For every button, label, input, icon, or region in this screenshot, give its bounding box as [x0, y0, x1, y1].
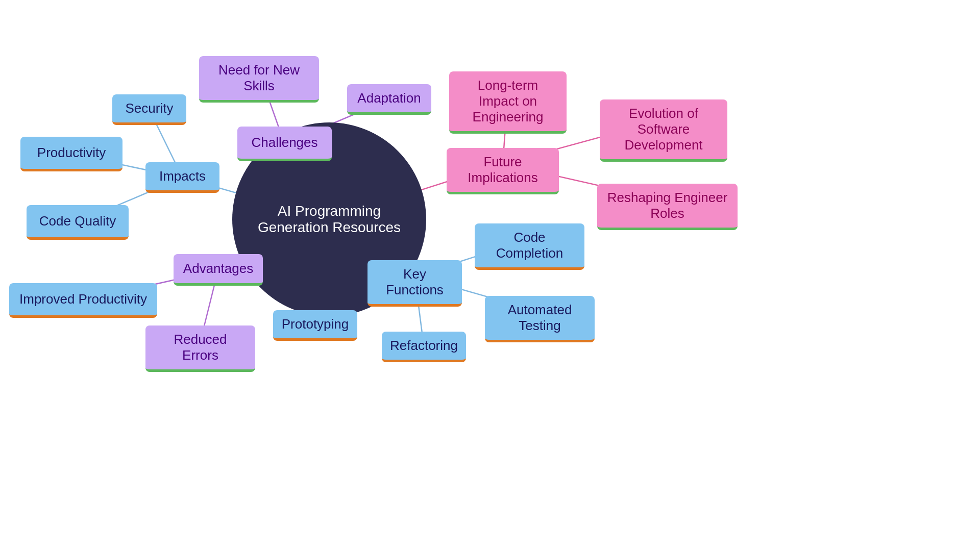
node-need-new-skills[interactable]: Need for New Skills — [199, 56, 319, 103]
node-reshaping-roles[interactable]: Reshaping Engineer Roles — [597, 184, 738, 230]
node-automated-testing[interactable]: Automated Testing — [485, 296, 595, 342]
node-code-quality[interactable]: Code Quality — [27, 205, 129, 240]
node-key-functions[interactable]: Key Functions — [368, 260, 462, 307]
node-refactoring[interactable]: Refactoring — [382, 332, 466, 362]
node-advantages[interactable]: Advantages — [174, 254, 263, 286]
node-reduced-errors[interactable]: Reduced Errors — [145, 325, 255, 372]
node-productivity[interactable]: Productivity — [20, 137, 122, 171]
node-code-completion[interactable]: Code Completion — [475, 223, 584, 270]
node-security[interactable]: Security — [112, 94, 186, 125]
node-adaptation[interactable]: Adaptation — [347, 84, 431, 115]
node-improved-productivity[interactable]: Improved Productivity — [9, 283, 157, 318]
node-prototyping[interactable]: Prototyping — [273, 310, 357, 341]
node-long-term-impact[interactable]: Long-term Impact on Engineering — [449, 71, 567, 134]
node-challenges[interactable]: Challenges — [237, 127, 332, 161]
node-future-implications[interactable]: Future Implications — [447, 148, 559, 194]
node-evolution-software[interactable]: Evolution of Software Development — [600, 99, 727, 162]
mind-map: AI Programming Generation ResourcesChall… — [0, 0, 980, 551]
node-impacts[interactable]: Impacts — [145, 162, 219, 193]
